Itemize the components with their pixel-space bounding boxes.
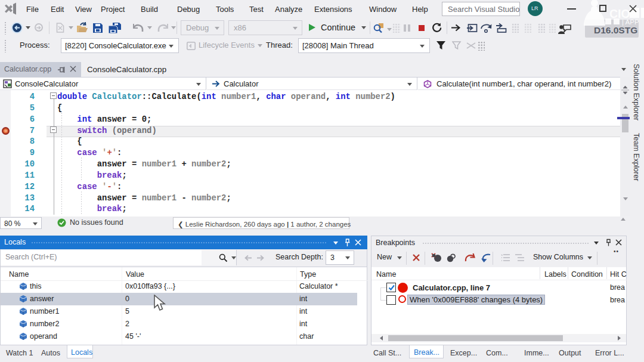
svg-text:| APP: | APP xyxy=(622,18,639,26)
